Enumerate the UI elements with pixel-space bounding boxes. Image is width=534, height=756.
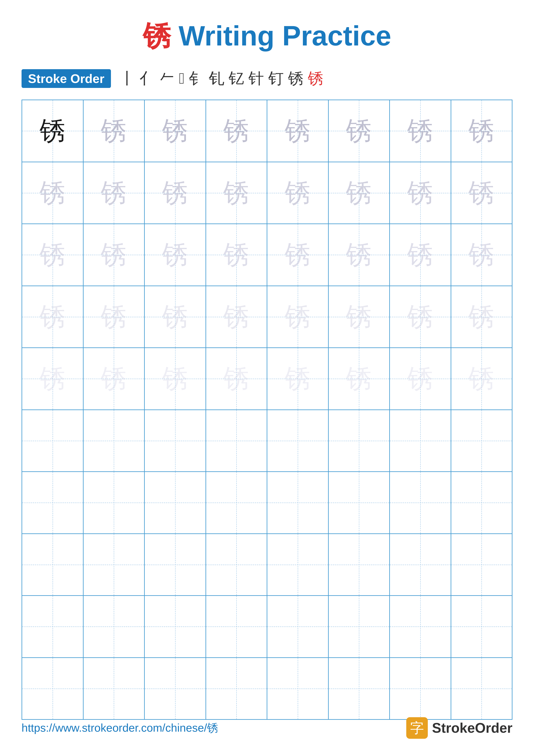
cell-8-6[interactable] (329, 534, 390, 595)
cell-1-5[interactable]: 锈 (267, 100, 329, 162)
cell-2-1[interactable]: 锈 (22, 162, 84, 224)
char-guide: 锈 (39, 180, 65, 206)
cell-4-2[interactable]: 锈 (84, 286, 145, 348)
cell-7-8[interactable] (451, 472, 512, 533)
cell-2-4[interactable]: 锈 (206, 162, 267, 224)
cell-4-3[interactable]: 锈 (145, 286, 206, 348)
cell-2-7[interactable]: 锈 (390, 162, 451, 224)
cell-9-8[interactable] (451, 596, 512, 657)
cell-2-6[interactable]: 锈 (329, 162, 390, 224)
cell-9-7[interactable] (390, 596, 451, 657)
cell-8-4[interactable] (206, 534, 267, 595)
char-guide: 锈 (469, 304, 495, 330)
cell-8-8[interactable] (451, 534, 512, 595)
cell-3-3[interactable]: 锈 (145, 224, 206, 285)
cell-2-3[interactable]: 锈 (145, 162, 206, 224)
cell-1-3[interactable]: 锈 (145, 100, 206, 162)
cell-2-8[interactable]: 锈 (451, 162, 512, 224)
cell-1-4[interactable]: 锈 (206, 100, 267, 162)
cell-5-8[interactable]: 锈 (451, 348, 512, 410)
cell-4-7[interactable]: 锈 (390, 286, 451, 348)
cell-9-5[interactable] (267, 596, 329, 657)
cell-10-2[interactable] (84, 658, 145, 719)
cell-10-8[interactable] (451, 658, 512, 719)
cell-10-5[interactable] (267, 658, 329, 719)
cell-3-2[interactable]: 锈 (84, 224, 145, 285)
char-guide: 锈 (285, 304, 311, 330)
cell-6-6[interactable] (329, 410, 390, 472)
cell-6-7[interactable] (390, 410, 451, 472)
char-guide: 锈 (346, 366, 372, 392)
cell-6-1[interactable] (22, 410, 84, 472)
cell-1-1[interactable]: 锈 (22, 100, 84, 162)
cell-6-8[interactable] (451, 410, 512, 472)
cell-6-4[interactable] (206, 410, 267, 472)
cell-10-6[interactable] (329, 658, 390, 719)
char-guide: 锈 (407, 180, 433, 206)
cell-5-7[interactable]: 锈 (390, 348, 451, 410)
char-guide: 锈 (223, 118, 249, 144)
cell-4-4[interactable]: 锈 (206, 286, 267, 348)
cell-9-6[interactable] (329, 596, 390, 657)
cell-8-2[interactable] (84, 534, 145, 595)
cell-10-1[interactable] (22, 658, 84, 719)
cell-9-3[interactable] (145, 596, 206, 657)
footer-logo-icon: 字 (406, 717, 428, 739)
char-guide: 锈 (285, 180, 311, 206)
cell-5-4[interactable]: 锈 (206, 348, 267, 410)
cell-2-5[interactable]: 锈 (267, 162, 329, 224)
cell-5-3[interactable]: 锈 (145, 348, 206, 410)
cell-6-5[interactable] (267, 410, 329, 472)
cell-7-1[interactable] (22, 472, 84, 533)
cell-4-1[interactable]: 锈 (22, 286, 84, 348)
cell-7-7[interactable] (390, 472, 451, 533)
cell-4-8[interactable]: 锈 (451, 286, 512, 348)
cell-3-1[interactable]: 锈 (22, 224, 84, 285)
cell-3-6[interactable]: 锈 (329, 224, 390, 285)
cell-7-5[interactable] (267, 472, 329, 533)
practice-grid[interactable]: 锈 锈 锈 锈 锈 锈 锈 (21, 99, 513, 720)
footer-logo-text: StrokeOrder (432, 720, 513, 736)
cell-4-5[interactable]: 锈 (267, 286, 329, 348)
cell-8-5[interactable] (267, 534, 329, 595)
cell-10-7[interactable] (390, 658, 451, 719)
cell-1-8[interactable]: 锈 (451, 100, 512, 162)
cell-2-2[interactable]: 锈 (84, 162, 145, 224)
cell-1-7[interactable]: 锈 (390, 100, 451, 162)
cell-5-5[interactable]: 锈 (267, 348, 329, 410)
cell-7-4[interactable] (206, 472, 267, 533)
cell-5-6[interactable]: 锈 (329, 348, 390, 410)
cell-10-3[interactable] (145, 658, 206, 719)
cell-7-2[interactable] (84, 472, 145, 533)
grid-row-1: 锈 锈 锈 锈 锈 锈 锈 (22, 100, 512, 162)
grid-row-9 (22, 596, 512, 658)
footer-url[interactable]: https://www.strokeorder.com/chinese/锈 (21, 720, 218, 736)
cell-1-2[interactable]: 锈 (84, 100, 145, 162)
cell-7-6[interactable] (329, 472, 390, 533)
cell-3-5[interactable]: 锈 (267, 224, 329, 285)
stroke-6: 钆 (209, 68, 224, 89)
cell-8-7[interactable] (390, 534, 451, 595)
cell-5-1[interactable]: 锈 (22, 348, 84, 410)
char-guide: 锈 (407, 366, 433, 392)
cell-9-1[interactable] (22, 596, 84, 657)
stroke-4: 𠃊 (179, 69, 185, 88)
cell-9-4[interactable] (206, 596, 267, 657)
cell-8-3[interactable] (145, 534, 206, 595)
cell-4-6[interactable]: 锈 (329, 286, 390, 348)
stroke-order-badge: Stroke Order (21, 69, 111, 88)
cell-3-7[interactable]: 锈 (390, 224, 451, 285)
cell-6-3[interactable] (145, 410, 206, 472)
cell-3-4[interactable]: 锈 (206, 224, 267, 285)
cell-3-8[interactable]: 锈 (451, 224, 512, 285)
cell-7-3[interactable] (145, 472, 206, 533)
char-guide: 锈 (101, 366, 127, 392)
cell-10-4[interactable] (206, 658, 267, 719)
cell-9-2[interactable] (84, 596, 145, 657)
page: 锈 Writing Practice Stroke Order 丨 亻 𠂉 𠃊 … (0, 0, 534, 756)
cell-8-1[interactable] (22, 534, 84, 595)
cell-6-2[interactable] (84, 410, 145, 472)
cell-5-2[interactable]: 锈 (84, 348, 145, 410)
cell-1-6[interactable]: 锈 (329, 100, 390, 162)
grid-row-8 (22, 534, 512, 596)
